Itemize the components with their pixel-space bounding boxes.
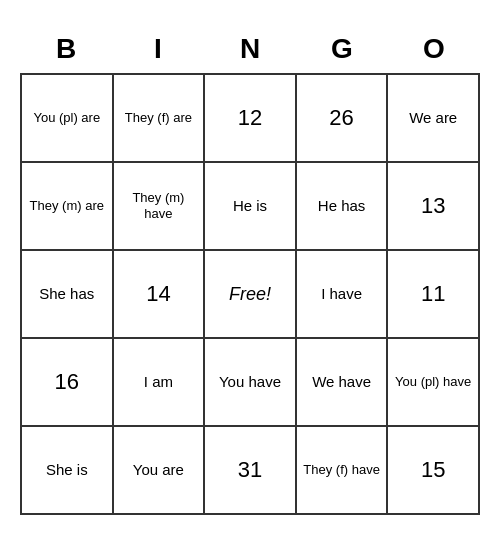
bingo-cell: He is	[205, 163, 297, 251]
bingo-cell: She is	[22, 427, 114, 515]
bingo-cell: You have	[205, 339, 297, 427]
bingo-cell: I have	[297, 251, 389, 339]
bingo-cell: 31	[205, 427, 297, 515]
bingo-cell: 15	[388, 427, 480, 515]
bingo-grid: You (pl) areThey (f) are1226We areThey (…	[20, 73, 480, 515]
bingo-cell: 13	[388, 163, 480, 251]
bingo-cell: 16	[22, 339, 114, 427]
bingo-cell: You are	[114, 427, 206, 515]
bingo-cell: They (m) have	[114, 163, 206, 251]
bingo-cell: 14	[114, 251, 206, 339]
bingo-cell: 11	[388, 251, 480, 339]
bingo-cell: She has	[22, 251, 114, 339]
bingo-cell: They (f) have	[297, 427, 389, 515]
bingo-cell: We are	[388, 75, 480, 163]
bingo-header: BINGO	[20, 29, 480, 69]
bingo-cell: Free!	[205, 251, 297, 339]
bingo-cell: We have	[297, 339, 389, 427]
header-letter: N	[204, 29, 296, 69]
bingo-cell: They (f) are	[114, 75, 206, 163]
bingo-cell: 12	[205, 75, 297, 163]
header-letter: G	[296, 29, 388, 69]
bingo-cell: You (pl) are	[22, 75, 114, 163]
bingo-card: BINGO You (pl) areThey (f) are1226We are…	[10, 19, 490, 525]
bingo-cell: You (pl) have	[388, 339, 480, 427]
bingo-cell: They (m) are	[22, 163, 114, 251]
header-letter: O	[388, 29, 480, 69]
header-letter: B	[20, 29, 112, 69]
bingo-cell: He has	[297, 163, 389, 251]
bingo-cell: I am	[114, 339, 206, 427]
header-letter: I	[112, 29, 204, 69]
bingo-cell: 26	[297, 75, 389, 163]
